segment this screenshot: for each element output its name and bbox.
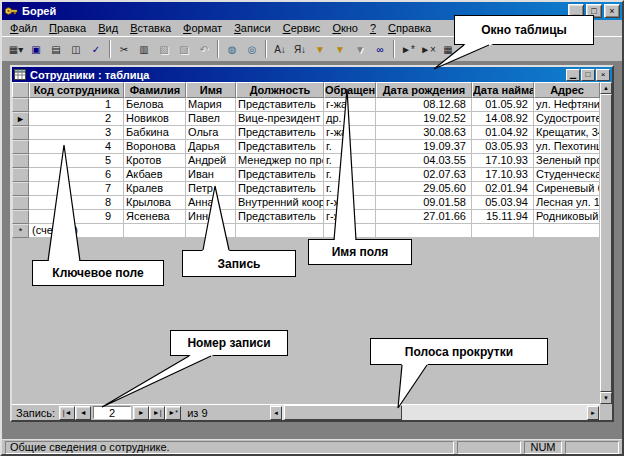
table-cell[interactable]: 17.10.93	[472, 154, 534, 168]
menu-help-word[interactable]: Справка	[382, 21, 437, 35]
table-cell[interactable]: 2	[29, 112, 124, 126]
table-cell[interactable]: Мария	[186, 98, 236, 112]
column-header[interactable]: Адрес	[534, 82, 600, 98]
child-close-button[interactable]: ×	[596, 69, 610, 81]
table-cell[interactable]: Студенческая	[534, 168, 600, 182]
new-record-selector[interactable]: *	[12, 224, 29, 238]
table-cell[interactable]: Бабкина	[124, 126, 186, 140]
table-cell[interactable]: Андрей	[186, 154, 236, 168]
table-cell[interactable]: 19.09.37	[376, 140, 472, 154]
table-cell[interactable]: 08.12.68	[376, 98, 472, 112]
table-cell[interactable]: Белова	[124, 98, 186, 112]
vertical-scrollbar[interactable]: ▲ ▼	[600, 82, 612, 404]
vertical-scroll-thumb[interactable]	[600, 94, 612, 392]
close-button[interactable]: ×	[604, 4, 620, 18]
table-cell[interactable]: г-жа	[324, 210, 376, 224]
filter-by-form-button[interactable]: ▼	[330, 39, 350, 59]
table-cell[interactable]	[236, 224, 324, 238]
menu-window[interactable]: Окно	[326, 21, 364, 35]
table-cell[interactable]: 29.05.60	[376, 182, 472, 196]
table-cell[interactable]: Ясенева	[124, 210, 186, 224]
table-cell[interactable]: 4	[29, 140, 124, 154]
table-cell[interactable]: 04.03.55	[376, 154, 472, 168]
table-cell[interactable]	[472, 224, 534, 238]
table-cell[interactable]	[376, 224, 472, 238]
menu-format[interactable]: Формат	[177, 21, 228, 35]
record-number-input[interactable]	[93, 406, 131, 419]
table-cell[interactable]: Инна	[186, 210, 236, 224]
table-cell[interactable]: Представитель	[236, 126, 324, 140]
menu-view[interactable]: Вид	[92, 21, 124, 35]
row-selector[interactable]	[12, 154, 29, 168]
table-cell[interactable]: г.	[324, 140, 376, 154]
table-cell[interactable]: др.	[324, 112, 376, 126]
cut-button[interactable]: ✂	[114, 39, 134, 59]
row-selector[interactable]	[12, 140, 29, 154]
table-cell[interactable]: Дарья	[186, 140, 236, 154]
scroll-left-icon[interactable]: ◄	[270, 406, 282, 420]
table-cell[interactable]: Крылова	[124, 196, 186, 210]
table-cell[interactable]: г-жа	[324, 196, 376, 210]
table-cell[interactable]: Вице-президент	[236, 112, 324, 126]
apply-filter-button[interactable]: ▼	[350, 39, 370, 59]
web-toolbar-button[interactable]: ◎	[242, 39, 262, 59]
table-cell[interactable]: Лесная ул. 12-	[534, 196, 600, 210]
print-button[interactable]: ▤	[46, 39, 66, 59]
table-cell[interactable]: ул. Пехотинцев	[534, 140, 600, 154]
find-button[interactable]: ∞	[370, 39, 390, 59]
table-cell[interactable]	[534, 224, 600, 238]
undo-button[interactable]: ↶	[194, 39, 214, 59]
table-cell[interactable]: 02.01.94	[472, 182, 534, 196]
new-record-nav-button[interactable]: ►*	[165, 406, 181, 420]
row-selector[interactable]	[12, 182, 29, 196]
delete-record-button[interactable]: ►×	[418, 39, 438, 59]
row-selector[interactable]	[12, 98, 29, 112]
menu-insert[interactable]: Вставка	[124, 21, 177, 35]
copy-button[interactable]: ▥	[134, 39, 154, 59]
table-cell[interactable]: Павел	[186, 112, 236, 126]
table-cell[interactable]: Кралев	[124, 182, 186, 196]
spelling-button[interactable]: ✓	[86, 39, 106, 59]
sort-ascending-button[interactable]: А↓	[270, 39, 290, 59]
table-cell[interactable]: Иван	[186, 168, 236, 182]
table-cell[interactable]: 02.07.63	[376, 168, 472, 182]
table-cell[interactable]: г.	[324, 182, 376, 196]
print-preview-button[interactable]: ◫	[66, 39, 86, 59]
table-cell[interactable]: 8	[29, 196, 124, 210]
table-cell[interactable]: 01.04.92	[472, 126, 534, 140]
table-cell[interactable]: Представитель	[236, 210, 324, 224]
table-cell[interactable]	[124, 224, 186, 238]
table-cell[interactable]	[324, 224, 376, 238]
menu-tools[interactable]: Сервис	[277, 21, 327, 35]
last-record-button[interactable]: ►|	[149, 406, 165, 420]
table-cell[interactable]: г.	[324, 168, 376, 182]
table-cell[interactable]: 9	[29, 210, 124, 224]
column-header[interactable]: Код сотрудника	[29, 82, 124, 98]
horizontal-scrollbar[interactable]: ◄ ►	[270, 404, 600, 420]
scroll-up-icon[interactable]: ▲	[600, 82, 612, 94]
child-maximize-button[interactable]: □	[581, 69, 595, 81]
table-cell[interactable]: 17.10.93	[472, 168, 534, 182]
sort-descending-button[interactable]: Я↓	[290, 39, 310, 59]
paste-button[interactable]: ▧	[154, 39, 174, 59]
table-cell[interactable]: 01.05.92	[472, 98, 534, 112]
table-cell[interactable]: г-жа	[324, 126, 376, 140]
current-record-selector[interactable]: ►	[12, 112, 29, 126]
table-cell[interactable]: 5	[29, 154, 124, 168]
menu-records[interactable]: Записи	[228, 21, 277, 35]
column-header[interactable]: Должность	[236, 82, 324, 98]
table-cell[interactable]: Сиреневый бул	[534, 182, 600, 196]
column-header[interactable]: Фамилия	[124, 82, 186, 98]
scroll-right-icon[interactable]: ►	[587, 406, 599, 420]
table-cell[interactable]: 6	[29, 168, 124, 182]
table-cell[interactable]: 19.02.52	[376, 112, 472, 126]
table-cell[interactable]: 1	[29, 98, 124, 112]
row-selector[interactable]	[12, 210, 29, 224]
scroll-down-icon[interactable]: ▼	[600, 392, 612, 404]
column-header[interactable]: Обращение	[324, 82, 376, 98]
table-cell[interactable]: Менеджер по про	[236, 154, 324, 168]
column-header[interactable]: Дата найма	[472, 82, 534, 98]
view-button[interactable]: ▦▾	[6, 39, 26, 59]
new-record-button[interactable]: ►*	[398, 39, 418, 59]
table-cell[interactable]: Зеленый просп	[534, 154, 600, 168]
